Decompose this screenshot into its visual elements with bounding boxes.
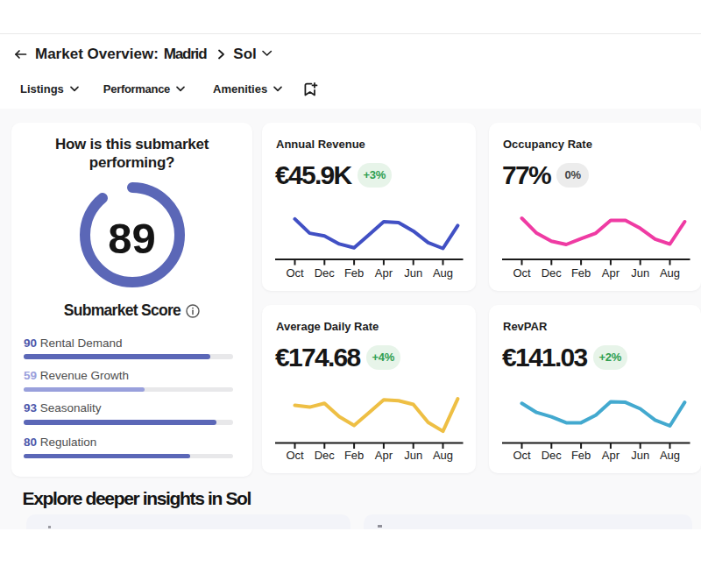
svg-text:Oct: Oct — [286, 449, 304, 462]
svg-text:Aug: Aug — [660, 266, 680, 280]
svg-text:Aug: Aug — [660, 449, 680, 462]
svg-text:Apr: Apr — [375, 449, 393, 462]
svg-text:Dec: Dec — [315, 449, 336, 462]
svg-text:Dec: Dec — [315, 266, 336, 280]
svg-text:Apr: Apr — [602, 449, 620, 462]
svg-text:Aug: Aug — [433, 266, 453, 280]
svg-text:Apr: Apr — [375, 266, 393, 280]
svg-text:Dec: Dec — [542, 449, 563, 462]
svg-text:Oct: Oct — [513, 449, 531, 462]
svg-text:Jun: Jun — [404, 266, 422, 280]
svg-text:Feb: Feb — [571, 449, 591, 462]
svg-text:Jun: Jun — [631, 449, 649, 462]
svg-text:Oct: Oct — [286, 266, 304, 280]
svg-text:Apr: Apr — [602, 266, 620, 280]
svg-text:Feb: Feb — [344, 266, 364, 280]
svg-text:Aug: Aug — [433, 449, 453, 462]
svg-text:Feb: Feb — [344, 449, 364, 462]
svg-text:Jun: Jun — [404, 449, 422, 462]
svg-text:Oct: Oct — [513, 266, 531, 280]
svg-text:Feb: Feb — [571, 266, 591, 280]
svg-text:Dec: Dec — [542, 266, 563, 280]
svg-text:Jun: Jun — [631, 266, 649, 280]
